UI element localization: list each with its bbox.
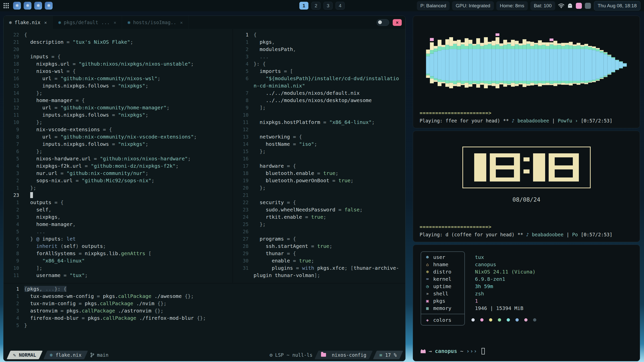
code-line[interactable]: 29 thunar = { (233, 250, 405, 257)
code-line[interactable]: 10 }; (4, 118, 232, 126)
tray-icon-gray[interactable] (585, 3, 591, 9)
window-close-button[interactable]: × (393, 19, 402, 26)
tab-close-icon[interactable]: × (44, 20, 47, 25)
wifi-icon[interactable] (558, 3, 564, 8)
code-line[interactable]: 14 }; (4, 89, 232, 97)
code-line[interactable]: 11 username = "tux"; (4, 272, 232, 279)
status-pill[interactable]: Bat: 100 (530, 1, 555, 10)
code-line[interactable]: 4 home-manager, (4, 220, 232, 228)
code-line[interactable]: 14 hostName = "iso"; (233, 140, 405, 148)
code-line[interactable]: 20 }; (233, 184, 405, 191)
clock-pill[interactable]: Thu Aug 08, 18:18 (594, 1, 640, 11)
menu-grid-icon[interactable] (4, 3, 9, 8)
editor-tab[interactable]: ❄pkgs/default ...× (53, 16, 122, 29)
code-line[interactable]: n-cd-minimal.nix" (233, 82, 405, 89)
workspace-button-2[interactable]: 2 (311, 2, 320, 10)
code-line[interactable]: 12 (233, 126, 405, 133)
code-line[interactable]: 4 nixpkgs-f2k.url = "github:moni-dz/nixp… (4, 162, 232, 169)
nix-app-icon[interactable]: ❄ (34, 2, 42, 10)
workspace-button-3[interactable]: 3 (324, 2, 333, 10)
code-line[interactable]: 3 nur.url = "github:nix-community/nur"; (4, 169, 232, 177)
code-line[interactable]: 7 inputs.nixpkgs.follows = "nixpkgs"; (4, 140, 232, 148)
code-line[interactable]: 30 enable = true; (233, 257, 405, 264)
code-line[interactable]: 25 }; (233, 220, 405, 228)
code-line[interactable]: 5 ... (4, 228, 232, 235)
code-line[interactable]: 1 }; (4, 184, 232, 191)
code-line[interactable]: 2 self, (4, 206, 232, 213)
code-line[interactable]: 6 } @ inputs: let (4, 235, 232, 242)
code-line[interactable]: 31 plugins = with pkgs.xfce; [thunar-arc… (233, 264, 405, 272)
code-line[interactable]: 17 nixos-wsl = { (4, 67, 232, 75)
code-line[interactable]: 28 ssh.startAgent = true; (233, 242, 405, 250)
code-line[interactable]: 3 nixpkgs, (4, 213, 232, 220)
editor-tab[interactable]: ❄hosts/isoImag..× (122, 16, 188, 29)
code-line[interactable]: 8 ../../modules/nixos/desktop/awesome (233, 97, 405, 104)
code-line[interactable]: 1 outputs = { (4, 199, 232, 206)
code-line[interactable]: 11 nixpkgs.hostPlatform = "x86_64-linux"… (233, 118, 405, 126)
code-line[interactable]: 4}: { (233, 60, 405, 67)
code-line[interactable]: 5 imports = [ (233, 67, 405, 75)
code-line[interactable]: 23 (4, 191, 232, 199)
code-line[interactable]: 12 url = "github:nix-community/home-mana… (4, 104, 232, 111)
code-line[interactable]: 15 }; (233, 148, 405, 155)
code-line[interactable]: 5 nixos-hardware.url = "github:nixos/nix… (4, 155, 232, 162)
code-line[interactable]: 20 (4, 46, 232, 53)
code-line[interactable]: 2 sops-nix.url = "github:Mic92/sops-nix"… (4, 177, 232, 184)
workspace-button-4[interactable]: 4 (336, 2, 345, 10)
ghost-icon[interactable] (567, 3, 573, 9)
code-line[interactable]: 22 security = { (233, 199, 405, 206)
code-line[interactable]: 16 (233, 155, 405, 162)
tab-close-icon[interactable]: × (180, 20, 183, 25)
code-line[interactable]: 27 programs = { (233, 235, 405, 242)
code-line[interactable]: 6 }; (4, 148, 232, 155)
pane-pkgs-default[interactable]: 1{pkgs, ...}: {1 tux-awesome-wm-config =… (4, 284, 405, 350)
nix-app-icon[interactable]: ❄ (13, 2, 21, 10)
shell-prompt[interactable]: → canopus ~ ››› (421, 348, 632, 354)
status-pill[interactable]: GPU: Integrated (452, 1, 494, 10)
code-line[interactable]: 1 pkgs, (233, 38, 405, 46)
code-line[interactable]: 23 sudo.wheelNeedsPassword = false; (233, 206, 405, 213)
code-line[interactable]: 2 modulesPath, (233, 46, 405, 53)
pin-toggle[interactable] (377, 19, 389, 26)
code-line[interactable]: 3 astronvim = pkgs.callPackage ./astronv… (4, 307, 405, 314)
pane-flake-nix[interactable]: 22{21 description = "tux's NixOS Flake";… (4, 29, 232, 283)
code-line[interactable]: 7 ../../modules/nixos/default.nix (233, 89, 405, 97)
code-line[interactable]: 6 "${modulesPath}/installer/cd-dvd/insta… (233, 75, 405, 82)
code-line[interactable]: 1{pkgs, ...}: { (4, 285, 405, 292)
code-line[interactable]: 9 "x86_64-linux" (4, 257, 232, 264)
code-line[interactable]: 2 tux-nvim-config = pkgs.callPackage ./n… (4, 300, 405, 307)
status-pill[interactable]: P: Balanced (417, 1, 450, 10)
code-line[interactable]: 4 firefox-mod-blur = pkgs.callPackage ./… (4, 314, 405, 322)
code-line[interactable]: 1{ (233, 31, 405, 38)
code-line[interactable]: 1 tux-awesome-wm-config = pkgs.callPacka… (4, 292, 405, 300)
code-line[interactable]: 21 (233, 191, 405, 199)
nix-app-icon[interactable]: ❄ (45, 2, 53, 10)
code-line[interactable]: 18 nixpkgs.url = "github:nixos/nixpkgs/n… (4, 60, 232, 67)
code-line[interactable]: 8 forAllSystems = nixpkgs.lib.genAttrs [ (4, 250, 232, 257)
code-line[interactable]: 7 inherit (self) outputs; (4, 242, 232, 250)
code-line[interactable]: 22{ (4, 31, 232, 38)
code-line[interactable]: 19 bluetooth.powerOnBoot = true; (233, 177, 405, 184)
code-line[interactable]: 8 url = "github:nix-community/nix-vscode… (4, 133, 232, 140)
code-line[interactable]: 15 inputs.nixpkgs.follows = "nixpkgs"; (4, 82, 232, 89)
fetch-terminal-window[interactable]: ☻user⌂hname❄distro⌨kernel◷uptime»shell▣p… (413, 245, 640, 361)
code-line[interactable]: 18 bluetooth.enable = true; (233, 169, 405, 177)
code-line[interactable]: 21 description = "tux's NixOS Flake"; (4, 38, 232, 46)
code-line[interactable]: 10 ]; (4, 264, 232, 272)
code-line[interactable]: 17 hardware = { (233, 162, 405, 169)
nix-app-icon[interactable]: ❄ (24, 2, 31, 10)
code-line[interactable]: 9 nix-vscode-extensions = { (4, 126, 232, 133)
code-line[interactable]: 3 ... (233, 53, 405, 60)
code-line[interactable]: 13 networking = { (233, 133, 405, 140)
tray-icon-pink[interactable] (576, 3, 582, 9)
code-line[interactable]: 19 inputs = { (4, 53, 232, 60)
code-line[interactable]: 5} (4, 322, 405, 329)
pane-iso-image[interactable]: 1{1 pkgs,2 modulesPath,3 ...4}: {5 impor… (233, 29, 405, 283)
code-line[interactable]: 16 url = "github:nix-community/nixos-wsl… (4, 75, 232, 82)
code-line[interactable]: 13 home-manager = { (4, 97, 232, 104)
code-line[interactable]: 26 (233, 228, 405, 235)
workspace-button-1[interactable]: 1 (299, 2, 308, 10)
code-line[interactable]: plugin thunar-volman]; (233, 272, 405, 279)
status-pill[interactable]: Home: 8ms (496, 1, 528, 10)
code-line[interactable]: 9 ]; (233, 104, 405, 111)
